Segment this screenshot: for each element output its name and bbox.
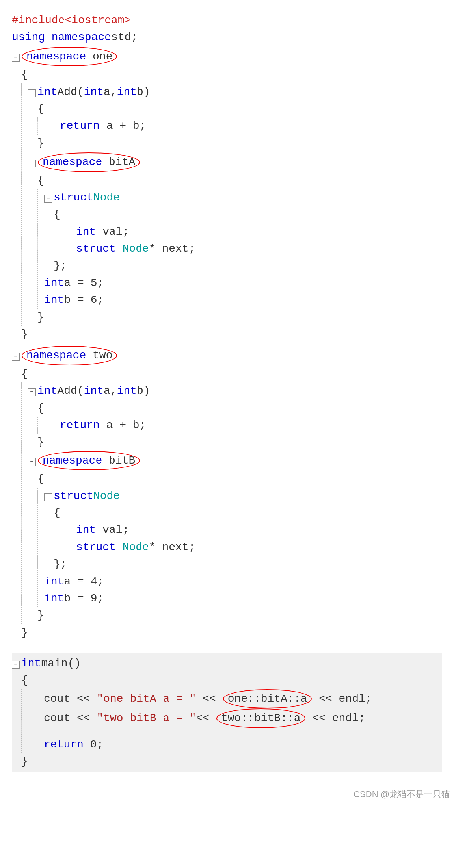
line-include: #include<iostream> xyxy=(12,12,442,29)
struct-node-two-body: { int val; struct Node* next; }; xyxy=(54,504,442,573)
func-add-two-header: − int Add(int a, int b) xyxy=(28,382,442,399)
ns-bitA-open: { xyxy=(37,172,442,189)
func-add-one-inner: return a + b; xyxy=(37,117,442,134)
collapse-bitB[interactable]: − xyxy=(28,458,36,466)
struct-node-one-body: { int val; struct Node* next; }; xyxy=(54,206,442,274)
main-close: } xyxy=(21,753,442,770)
ns-bitA-header: − namespace bitA xyxy=(28,152,442,172)
ns-bitB-open: { xyxy=(37,470,442,487)
ns-two-body: − int Add(int a, int b) { return a + b; … xyxy=(21,382,442,624)
main-body: cout << "one bitA a = " << one::bitA::a … xyxy=(21,689,442,753)
line-using: using namespace std; xyxy=(12,29,442,46)
using-keyword: using namespace xyxy=(12,29,111,46)
struct-node-two-header: − struct Node xyxy=(44,488,442,504)
collapse-bitA[interactable]: − xyxy=(28,160,36,167)
namespace-two-header: − namespace two xyxy=(12,346,442,365)
using-std: std; xyxy=(111,29,138,46)
return-main: return 0; xyxy=(28,736,442,753)
ns-one-body: − int Add(int a, int b) { return a + b; … xyxy=(21,83,442,326)
ns-bitA-oval: namespace bitA xyxy=(38,152,140,172)
ns-bitB-body: − struct Node { int val; struct Node* ne… xyxy=(37,488,442,607)
collapse-two[interactable]: − xyxy=(12,353,20,361)
ns-one-open-brace: { xyxy=(21,66,442,83)
main-section: − int main() { cout << "one bitA a = " <… xyxy=(12,653,442,772)
ns-bitB-oval: namespace bitB xyxy=(38,451,140,470)
ns-two-open-brace: { xyxy=(21,365,442,382)
footer: CSDN @龙猫不是一只猫 xyxy=(4,788,450,801)
ns-one-close: } xyxy=(21,326,442,343)
ns-two-oval: namespace two xyxy=(22,346,117,365)
func-add-one-body: { return a + b; } xyxy=(37,100,442,152)
struct-node-one-header: − struct Node xyxy=(44,189,442,206)
ns-bitA-body: − struct Node { int val; struct Node* ne… xyxy=(37,189,442,309)
func-add-one-ret: int xyxy=(37,83,57,100)
code-editor: #include<iostream> using namespace std; … xyxy=(4,8,450,776)
func-add-two-body: { return a + b; } xyxy=(37,400,442,451)
ns-bitA-close: } xyxy=(37,309,442,326)
namespace-one-header: − namespace one xyxy=(12,47,442,66)
ns-bitB-header: − namespace bitB xyxy=(28,451,442,470)
collapse-one[interactable]: − xyxy=(12,54,20,62)
collapse-struct-two[interactable]: − xyxy=(44,493,52,501)
include-keyword: #include xyxy=(12,12,65,29)
cout-line-1: cout << "one bitA a = " << one::bitA::a … xyxy=(28,689,442,708)
func-add-one-header: − int Add(int a, int b) xyxy=(28,83,442,100)
collapse-add-two[interactable]: − xyxy=(28,388,36,396)
include-file: <iostream> xyxy=(65,12,131,29)
main-open: { xyxy=(21,672,442,689)
func-add-one-name: Add( xyxy=(57,83,84,100)
main-header: − int main() xyxy=(12,655,442,672)
collapse-main[interactable]: − xyxy=(12,661,20,669)
ns-two-close: } xyxy=(21,624,442,641)
ns-bitB-close: } xyxy=(37,607,442,624)
collapse-struct-one[interactable]: − xyxy=(44,195,52,203)
cout-line-2: cout << "two bitB a = "<< two::bitB::a <… xyxy=(28,708,442,728)
ns-one-oval: namespace one xyxy=(22,47,117,66)
collapse-add-one[interactable]: − xyxy=(28,89,36,97)
